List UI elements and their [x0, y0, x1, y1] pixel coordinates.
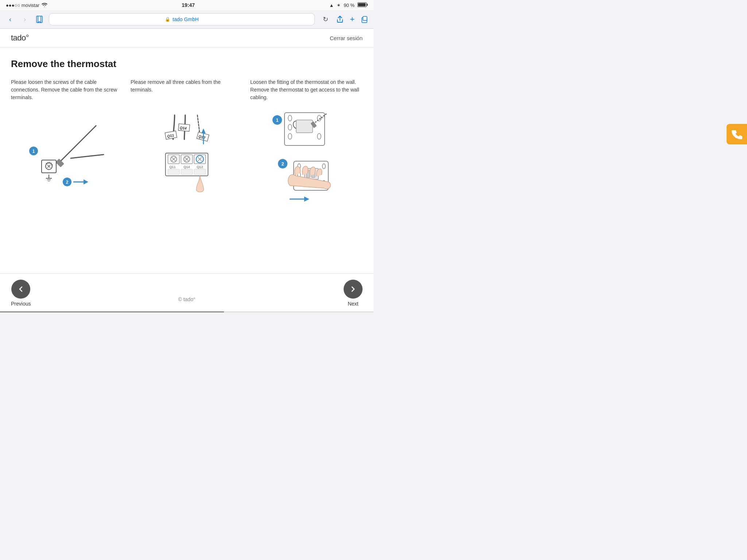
lock-icon: 🔒	[165, 17, 170, 22]
site-name: tado GmbH	[173, 16, 199, 22]
forward-button[interactable]: ›	[20, 14, 30, 24]
browser-chrome: ‹ › 🔒 tado GmbH ↻ +	[0, 10, 374, 29]
illustration-3: 1	[250, 107, 363, 209]
tabs-button[interactable]	[360, 15, 368, 23]
svg-marker-22	[84, 179, 88, 184]
svg-text:1: 1	[276, 117, 278, 123]
status-left: ●●●○○ movistar	[6, 3, 47, 8]
bookmarks-button[interactable]	[34, 14, 44, 24]
svg-text:Q14: Q14	[179, 125, 187, 130]
main-content: Remove the thermostat Please loosen the …	[0, 47, 374, 273]
battery-icon	[357, 2, 368, 8]
svg-rect-58	[296, 120, 313, 133]
svg-rect-49	[194, 169, 206, 175]
svg-text:Q14: Q14	[183, 165, 190, 169]
status-right: ▲ ✶ 90 %	[329, 2, 368, 8]
toolbar-right: +	[336, 15, 368, 24]
previous-button[interactable]: Previous	[11, 280, 31, 307]
reload-button[interactable]: ↻	[319, 13, 332, 26]
back-button[interactable]: ‹	[5, 14, 15, 24]
bluetooth-icon: ✶	[337, 3, 341, 8]
logout-link[interactable]: Cerrar sesión	[330, 35, 363, 41]
next-label: Next	[348, 301, 359, 307]
svg-rect-48	[181, 169, 193, 175]
footer-copyright: © tado°	[178, 296, 195, 302]
svg-rect-2	[358, 3, 365, 6]
instruction-col-2: Please remove all three cables from the …	[131, 78, 243, 209]
instruction-text-2: Please remove all three cables from the …	[131, 78, 243, 94]
nav-footer: Previous © tado° Next	[0, 273, 374, 312]
share-button[interactable]	[336, 15, 344, 23]
instruction-col-3: Loosen the fitting of the thermostat on …	[250, 78, 363, 209]
progress-track	[0, 311, 374, 312]
tado-logo: tado°	[11, 33, 29, 43]
instruction-text-3: Loosen the fitting of the thermostat on …	[250, 78, 363, 101]
page-header: tado° Cerrar sesión	[0, 29, 374, 47]
wifi-icon	[42, 3, 47, 8]
svg-text:2: 2	[281, 161, 284, 167]
svg-rect-5	[363, 16, 367, 20]
svg-text:1: 1	[32, 149, 35, 154]
add-button[interactable]: +	[350, 15, 355, 24]
previous-circle	[11, 280, 30, 299]
carrier-text: ●●●○○ movistar	[6, 3, 39, 8]
previous-label: Previous	[11, 301, 31, 307]
svg-marker-30	[201, 128, 206, 133]
svg-rect-9	[55, 159, 64, 167]
status-time: 19:47	[182, 2, 195, 8]
next-circle	[344, 280, 363, 299]
instruction-text-1: Please loosen the screws of the cable co…	[11, 78, 123, 101]
page-title: Remove the thermostat	[11, 58, 363, 70]
illustration-2: Q11 Q14 Q12	[131, 100, 243, 209]
svg-rect-1	[367, 4, 368, 6]
instruction-col-1: Please loosen the screws of the cable co…	[11, 78, 123, 209]
location-icon: ▲	[329, 3, 334, 8]
status-bar: ●●●○○ movistar 19:47 ▲ ✶ 90 %	[0, 0, 374, 10]
illustration-1: 1	[11, 107, 123, 209]
progress-fill	[0, 311, 224, 312]
svg-marker-74	[304, 197, 309, 202]
svg-text:2: 2	[66, 180, 69, 185]
svg-text:Q12: Q12	[197, 165, 203, 169]
svg-line-18	[71, 155, 104, 158]
next-button[interactable]: Next	[344, 280, 363, 307]
instructions-grid: Please loosen the screws of the cable co…	[11, 78, 363, 209]
svg-text:Q11: Q11	[169, 165, 175, 169]
battery-text: 90 %	[344, 3, 355, 8]
address-bar[interactable]: 🔒 tado GmbH	[49, 13, 315, 26]
svg-rect-47	[168, 169, 179, 175]
